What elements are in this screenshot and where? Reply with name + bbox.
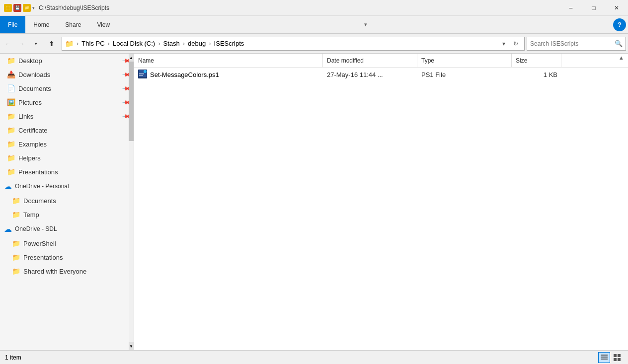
sidebar-item-downloads[interactable]: 📥 Downloads 📌 bbox=[0, 68, 134, 81]
status-bar: 1 item bbox=[0, 350, 628, 364]
sidebar-onedrive-sdl[interactable]: ☁ OneDrive - SDL bbox=[0, 221, 134, 236]
sidebar-item-certificate[interactable]: 📁 Certificate bbox=[0, 123, 134, 137]
sidebar-item-presentations[interactable]: 📁 Presentations bbox=[0, 165, 134, 179]
sidebar-section-label: OneDrive - Personal bbox=[15, 183, 69, 190]
desktop-folder-icon: 📁 bbox=[7, 57, 15, 65]
view-buttons bbox=[598, 352, 623, 363]
title-icons: ⬚ 💾 📁 ▾ bbox=[4, 4, 35, 12]
file-type-cell: PS1 File bbox=[417, 68, 512, 82]
file-list: Set-MessageColors.ps1 27-May-16 11:44 ..… bbox=[134, 68, 628, 350]
table-row[interactable]: Set-MessageColors.ps1 27-May-16 11:44 ..… bbox=[134, 68, 628, 82]
col-header-size[interactable]: Size bbox=[512, 54, 561, 67]
quick-access-icon1[interactable]: ⬚ bbox=[4, 4, 12, 12]
sidebar-item-examples[interactable]: 📁 Examples bbox=[0, 137, 134, 151]
svg-rect-7 bbox=[601, 359, 608, 360]
ribbon-expand[interactable]: ▾ bbox=[360, 16, 371, 33]
ps1-file-icon bbox=[138, 70, 147, 80]
item-count: 1 item bbox=[5, 354, 21, 361]
tab-share[interactable]: Share bbox=[57, 16, 89, 33]
sidebar-scroll-up[interactable]: ▲ bbox=[129, 54, 134, 62]
recent-locations-button[interactable]: ▾ bbox=[30, 38, 42, 50]
minimize-button[interactable]: – bbox=[559, 0, 582, 16]
details-view-button[interactable] bbox=[598, 352, 610, 363]
svg-rect-11 bbox=[618, 358, 621, 361]
certificate-folder-icon: 📁 bbox=[7, 126, 15, 134]
sidebar-item-label: Temp bbox=[23, 211, 39, 218]
crumb-stash[interactable]: Stash bbox=[163, 40, 180, 47]
svg-rect-3 bbox=[139, 73, 144, 74]
tab-file[interactable]: File bbox=[0, 16, 25, 33]
tab-view[interactable]: View bbox=[89, 16, 118, 33]
sidebar-item-od-documents[interactable]: 📁 Documents bbox=[0, 194, 134, 208]
sidebar-item-pictures[interactable]: 🖼️ Pictures 📌 bbox=[0, 95, 134, 109]
sidebar-scroll-down[interactable]: ▼ bbox=[129, 342, 134, 350]
col-header-date[interactable]: Date modified bbox=[323, 54, 417, 67]
maximize-button[interactable]: □ bbox=[582, 0, 605, 16]
crumb-isescripts[interactable]: ISEScripts bbox=[214, 40, 244, 47]
sidebar-item-sdl-shared[interactable]: 📁 Shared with Everyone bbox=[0, 264, 134, 278]
onedrive-personal-icon: ☁ bbox=[4, 182, 12, 191]
back-button[interactable]: ← bbox=[2, 38, 14, 50]
sidebar-item-label: Presentations bbox=[18, 168, 58, 176]
sidebar-item-links[interactable]: 📁 Links 📌 bbox=[0, 109, 134, 123]
crumb-arrow3: › bbox=[158, 40, 160, 47]
sidebar-item-documents[interactable]: 📄 Documents 📌 bbox=[0, 81, 134, 95]
sidebar-item-helpers[interactable]: 📁 Helpers bbox=[0, 151, 134, 165]
sidebar-scrollbar-thumb[interactable] bbox=[129, 62, 134, 141]
sidebar-item-label: Desktop bbox=[18, 57, 42, 65]
close-button[interactable]: ✕ bbox=[605, 0, 628, 16]
content-area: Name Date modified Type Size ▲ bbox=[134, 54, 628, 350]
crumb-arrow2: › bbox=[108, 40, 110, 47]
col-header-type[interactable]: Type bbox=[417, 54, 512, 67]
sdl-pres-icon: 📁 bbox=[12, 253, 20, 261]
col-date-label: Date modified bbox=[327, 57, 364, 64]
quick-access-dropdown[interactable]: ▾ bbox=[32, 5, 35, 10]
file-type-text: PS1 File bbox=[421, 71, 446, 78]
search-input[interactable] bbox=[530, 40, 615, 47]
up-button[interactable]: ⬆ bbox=[44, 37, 60, 51]
crumb-arrow5: › bbox=[209, 40, 211, 47]
col-size-label: Size bbox=[516, 57, 527, 64]
documents-folder-icon: 📄 bbox=[7, 84, 15, 92]
sidebar-item-label: Documents bbox=[18, 85, 51, 92]
main-area: ▲ ▼ 📁 Desktop 📌 📥 Downloads 📌 📄 Document… bbox=[0, 54, 628, 350]
svg-rect-8 bbox=[614, 354, 617, 357]
sidebar-item-label: Pictures bbox=[18, 99, 42, 106]
sidebar-item-desktop[interactable]: 📁 Desktop 📌 bbox=[0, 54, 134, 68]
tab-home[interactable]: Home bbox=[25, 16, 57, 33]
sidebar-item-sdl-powershell[interactable]: 📁 PowerShell bbox=[0, 236, 134, 250]
crumb-localdisk[interactable]: Local Disk (C:) bbox=[113, 40, 155, 47]
file-size-cell: 1 KB bbox=[512, 68, 561, 82]
forward-button[interactable]: → bbox=[16, 38, 28, 50]
crumb-thispc[interactable]: This PC bbox=[81, 40, 104, 47]
folder-icon-addr: 📁 bbox=[65, 40, 74, 48]
crumb-debug[interactable]: debug bbox=[188, 40, 206, 47]
address-refresh-button[interactable]: ↻ bbox=[510, 38, 521, 49]
col-up-arrow[interactable]: ▲ bbox=[619, 55, 624, 61]
address-bar[interactable]: 📁 › This PC › Local Disk (C:) › Stash › … bbox=[62, 37, 525, 51]
quick-access-icon2[interactable]: 💾 bbox=[13, 4, 21, 12]
sidebar-item-label: Documents bbox=[23, 197, 56, 205]
address-dropdown-button[interactable]: ▾ bbox=[498, 38, 509, 49]
file-date-text: 27-May-16 11:44 ... bbox=[327, 71, 383, 78]
sidebar-item-od-temp[interactable]: 📁 Temp bbox=[0, 208, 134, 221]
svg-point-2 bbox=[144, 70, 147, 73]
help-button[interactable]: ? bbox=[613, 18, 626, 31]
pictures-folder-icon: 🖼️ bbox=[7, 98, 15, 106]
downloads-folder-icon: 📥 bbox=[7, 71, 15, 78]
svg-rect-9 bbox=[618, 354, 621, 357]
search-icon[interactable]: 🔍 bbox=[615, 40, 623, 47]
title-text: C:\Stash\debug\ISEScripts bbox=[39, 4, 109, 11]
search-box[interactable]: 🔍 bbox=[527, 37, 626, 51]
sidebar-onedrive-personal[interactable]: ☁ OneDrive - Personal bbox=[0, 179, 134, 194]
sidebar-section-label: OneDrive - SDL bbox=[15, 225, 57, 232]
expand-icon: ▾ bbox=[364, 21, 367, 28]
col-header-name[interactable]: Name bbox=[134, 54, 323, 67]
helpers-folder-icon: 📁 bbox=[7, 154, 15, 162]
large-icons-view-button[interactable] bbox=[611, 352, 623, 363]
ribbon: File Home Share View ▾ ? bbox=[0, 16, 628, 34]
quick-access-icon3[interactable]: 📁 bbox=[23, 4, 31, 12]
sidebar-item-label: Downloads bbox=[18, 71, 50, 78]
file-size-text: 1 KB bbox=[544, 71, 557, 78]
sidebar-item-sdl-presentations[interactable]: 📁 Presentations bbox=[0, 250, 134, 264]
